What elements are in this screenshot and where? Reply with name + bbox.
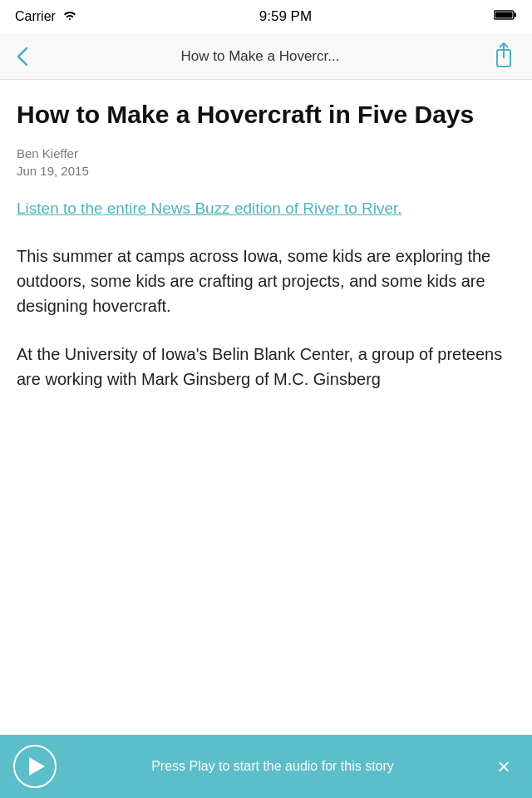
status-bar: Carrier 9:59 PM (0, 0, 532, 33)
share-button[interactable] (485, 35, 522, 78)
status-time: 9:59 PM (77, 8, 494, 25)
article-paragraph-1: This summer at camps across Iowa, some k… (17, 244, 515, 318)
svg-rect-1 (515, 13, 517, 17)
nav-bar: How to Make a Hovercr... (0, 33, 532, 80)
article-paragraph-2: At the University of Iowa's Belin Blank … (17, 342, 515, 392)
article-author: Ben Kieffer (17, 146, 515, 160)
article-body: This summer at camps across Iowa, some k… (17, 244, 515, 392)
status-left: Carrier (15, 9, 77, 24)
close-icon: × (497, 756, 510, 777)
nav-title: How to Make a Hovercr... (35, 48, 485, 65)
play-button[interactable] (13, 745, 57, 788)
audio-player-text: Press Play to start the audio for this s… (57, 757, 489, 776)
article-date: Jun 19, 2015 (17, 164, 515, 178)
carrier-label: Carrier (15, 9, 56, 24)
article-content: How to Make a Hovercraft in Five Days Be… (0, 80, 532, 415)
audio-player-bar: Press Play to start the audio for this s… (0, 735, 532, 798)
wifi-icon (62, 9, 77, 24)
battery-icon (494, 9, 517, 24)
status-right (494, 9, 517, 24)
play-icon (29, 757, 45, 776)
article-link[interactable]: Listen to the entire News Buzz edition o… (17, 198, 515, 220)
back-button[interactable] (10, 40, 35, 73)
svg-rect-2 (495, 12, 513, 18)
article-title: How to Make a Hovercraft in Five Days (17, 100, 515, 130)
audio-close-button[interactable]: × (489, 751, 519, 781)
